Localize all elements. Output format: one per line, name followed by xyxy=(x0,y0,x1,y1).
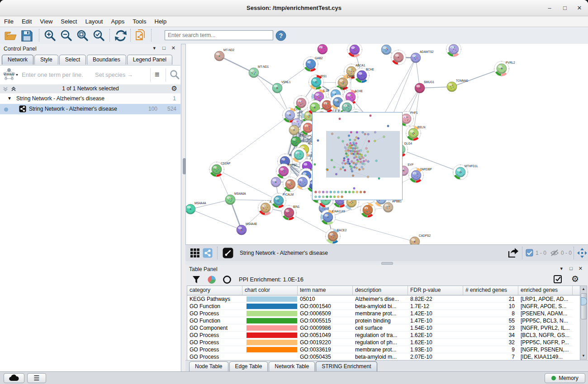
tab-node-table[interactable]: Node Table xyxy=(189,361,228,371)
network-node[interactable] xyxy=(271,177,281,187)
table-row[interactable]: GO FunctionGO:0005515protein binding1.47… xyxy=(187,317,580,324)
network-node[interactable]: MS4A6A xyxy=(225,192,246,205)
memory-button[interactable]: Memory xyxy=(545,373,585,383)
tab-network[interactable]: Network xyxy=(2,55,33,65)
network-node[interactable]: ADAMTS2 xyxy=(411,50,434,63)
annotation-mode-icon[interactable] xyxy=(223,248,233,258)
search-input[interactable] xyxy=(165,30,273,40)
network-node[interactable]: VSNL1 xyxy=(272,80,291,93)
network-node[interactable] xyxy=(381,45,391,55)
network-node[interactable] xyxy=(446,44,462,57)
table-row[interactable]: KEGG Pathways05010Alzheimer's dise...8.8… xyxy=(187,295,580,303)
column-header-category[interactable]: category xyxy=(187,286,242,295)
column-header-term-name[interactable]: term name xyxy=(298,286,353,295)
column-header--enriched-genes[interactable]: # enriched genes xyxy=(463,286,518,295)
column-header-description[interactable]: description xyxy=(353,286,408,295)
string-logo-icon[interactable]: STRING xyxy=(2,68,18,82)
birdseye-toggle-icon[interactable] xyxy=(577,248,588,258)
tab-network-table[interactable]: Network Table xyxy=(269,361,315,371)
maximize-button[interactable]: □ xyxy=(557,0,573,16)
tab-select[interactable]: Select xyxy=(59,55,86,65)
reset-charts-icon[interactable] xyxy=(223,275,232,284)
expand-all-icon[interactable] xyxy=(10,86,17,92)
network-from-file-icon[interactable] xyxy=(134,29,147,42)
table-row[interactable]: GO ProcessGO:0051049regulation of tra...… xyxy=(187,332,580,339)
menu-item-file[interactable]: File xyxy=(0,16,18,27)
network-node[interactable] xyxy=(347,44,363,57)
menu-item-apps[interactable]: Apps xyxy=(107,16,129,27)
network-node[interactable] xyxy=(318,44,327,54)
network-node[interactable] xyxy=(289,125,299,135)
tab-legend-panel[interactable]: Legend Panel xyxy=(127,55,172,65)
scroll-down-arrow[interactable]: ▼ xyxy=(580,353,587,359)
network-node[interactable] xyxy=(391,50,407,66)
panel-float-icon[interactable]: □ xyxy=(569,266,573,271)
refresh-icon[interactable] xyxy=(114,29,128,42)
birds-eye-view[interactable] xyxy=(312,112,403,200)
horizontal-splitter[interactable] xyxy=(185,261,588,265)
tab-style[interactable]: Style xyxy=(34,55,58,65)
string-options-icon[interactable]: ≡ xyxy=(155,70,160,80)
network-row-selected[interactable]: String Network - Alzheimer's disease 100… xyxy=(0,104,180,114)
menu-item-select[interactable]: Select xyxy=(57,16,81,27)
network-node[interactable]: BCHE xyxy=(354,68,375,84)
menu-item-layout[interactable]: Layout xyxy=(81,16,107,27)
network-node[interactable]: TARDBP xyxy=(408,168,432,183)
network-node[interactable]: BACE2 xyxy=(325,229,347,244)
string-view-icon[interactable] xyxy=(203,248,213,258)
panel-close-icon[interactable]: ✕ xyxy=(171,45,175,51)
grid-view-icon[interactable] xyxy=(190,248,200,258)
column-header-fdr-p-value[interactable]: FDR p-value xyxy=(408,286,463,295)
collection-expand-icon[interactable]: ▼ xyxy=(7,93,12,103)
hidden-eye-icon[interactable] xyxy=(550,249,559,257)
filter-icon[interactable] xyxy=(192,275,201,284)
zoom-selected-icon[interactable] xyxy=(92,29,106,42)
task-list-button[interactable]: ☰ xyxy=(27,373,46,383)
zoom-in-icon[interactable] xyxy=(43,29,57,42)
draw-charts-icon[interactable] xyxy=(207,275,216,284)
table-settings-gear-icon[interactable]: ⚙ xyxy=(571,274,579,284)
tab-boundaries[interactable]: Boundaries xyxy=(87,55,126,65)
open-file-icon[interactable] xyxy=(4,29,17,42)
zoom-fit-icon[interactable] xyxy=(76,29,90,42)
scrollbar-thumb[interactable] xyxy=(581,293,587,319)
tab-edge-table[interactable]: Edge Table xyxy=(229,361,268,371)
selected-checkbox-icon[interactable] xyxy=(526,249,534,257)
network-node[interactable]: PVRL2 xyxy=(494,61,515,77)
table-row[interactable]: GO ProcessGO:0033619membrane prot...1.93… xyxy=(187,346,580,353)
column-header-enriched-genes[interactable]: enriched genes xyxy=(518,286,573,295)
menu-item-view[interactable]: View xyxy=(36,16,57,27)
cloud-tasks-button[interactable] xyxy=(4,373,24,383)
panel-float-icon[interactable]: □ xyxy=(162,45,166,51)
string-search-placeholder[interactable]: Enter one term per line. xyxy=(22,71,83,78)
network-node[interactable]: CADPS2 xyxy=(410,234,431,244)
save-session-icon[interactable] xyxy=(20,29,33,42)
menu-item-tools[interactable]: Tools xyxy=(128,16,150,27)
table-row[interactable]: GO ProcessGO:0050435beta-amyloid m...2.0… xyxy=(187,353,580,361)
table-row[interactable]: GO ProcessGO:0006509membrane prot...1.42… xyxy=(187,310,580,317)
table-row[interactable]: GO ProcessGO:0019220regulation of ph...1… xyxy=(187,339,580,346)
network-node[interactable]: TOMM40 xyxy=(447,79,468,92)
network-node[interactable]: GAB2 xyxy=(303,56,323,72)
network-node[interactable]: MTHFD1L xyxy=(453,164,479,180)
table-row[interactable]: GO ComponentGO:0009986cell surface1.54E-… xyxy=(187,324,580,332)
close-button[interactable]: ✕ xyxy=(572,0,587,16)
network-node[interactable]: KIAA1149 xyxy=(320,210,345,225)
help-icon[interactable]: ? xyxy=(275,30,289,43)
column-header-chart-color[interactable]: chart color xyxy=(242,286,298,295)
panel-close-icon[interactable]: ✕ xyxy=(579,266,583,272)
network-node[interactable]: BIN1 xyxy=(281,205,300,221)
export-network-icon[interactable] xyxy=(507,247,518,259)
select-columns-icon[interactable] xyxy=(553,275,563,284)
network-node[interactable] xyxy=(360,202,376,218)
network-collection-row[interactable]: ▼ String Network - Alzheimer's disease 1 xyxy=(0,94,180,104)
set-species-hint[interactable]: Set species → xyxy=(95,71,133,78)
panel-menu-icon[interactable]: ▾ xyxy=(153,45,156,51)
minimize-button[interactable]: – xyxy=(542,0,557,16)
menu-item-help[interactable]: Help xyxy=(151,16,171,27)
network-options-gear-icon[interactable]: ⚙ xyxy=(171,84,177,93)
collapse-all-icon[interactable] xyxy=(2,86,9,92)
scroll-up-arrow[interactable]: ▲ xyxy=(580,286,587,292)
zoom-out-icon[interactable] xyxy=(60,29,73,42)
network-node[interactable]: RELN xyxy=(406,126,426,141)
